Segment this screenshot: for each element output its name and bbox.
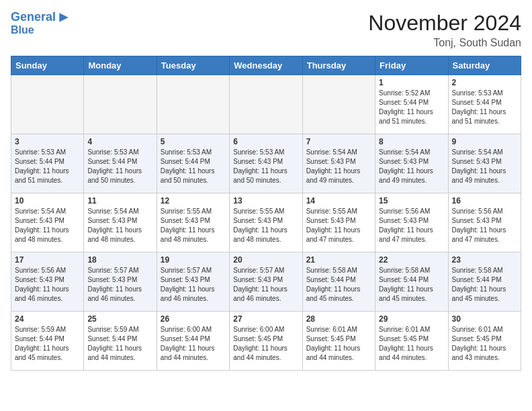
day-info: Sunrise: 5:58 AMSunset: 5:44 PMDaylight:… <box>306 266 371 304</box>
day-info: Sunrise: 5:56 AMSunset: 5:43 PMDaylight:… <box>379 207 444 244</box>
calendar-cell: 15Sunrise: 5:56 AMSunset: 5:43 PMDayligh… <box>375 193 448 253</box>
calendar-week-row: 10Sunrise: 5:54 AMSunset: 5:43 PMDayligh… <box>11 193 521 253</box>
calendar-week-row: 24Sunrise: 5:59 AMSunset: 5:44 PMDayligh… <box>11 312 521 371</box>
logo: General Blue <box>11 11 71 36</box>
calendar-cell: 4Sunrise: 5:53 AMSunset: 5:44 PMDaylight… <box>84 134 157 193</box>
calendar-cell: 10Sunrise: 5:54 AMSunset: 5:43 PMDayligh… <box>11 193 84 253</box>
calendar-cell: 6Sunrise: 5:53 AMSunset: 5:43 PMDaylight… <box>230 134 302 193</box>
day-info: Sunrise: 6:01 AMSunset: 5:45 PMDaylight:… <box>306 325 371 363</box>
day-number: 5 <box>161 137 226 146</box>
calendar-week-row: 1Sunrise: 5:52 AMSunset: 5:44 PMDaylight… <box>11 75 521 134</box>
calendar-header-row: SundayMondayTuesdayWednesdayThursdayFrid… <box>11 56 521 75</box>
day-info: Sunrise: 5:59 AMSunset: 5:44 PMDaylight:… <box>87 325 152 363</box>
day-number: 30 <box>452 314 517 324</box>
day-number: 23 <box>452 255 517 265</box>
day-info: Sunrise: 5:58 AMSunset: 5:44 PMDaylight:… <box>452 266 517 304</box>
calendar-cell: 22Sunrise: 5:58 AMSunset: 5:44 PMDayligh… <box>375 253 448 312</box>
day-info: Sunrise: 5:54 AMSunset: 5:43 PMDaylight:… <box>87 207 152 244</box>
day-info: Sunrise: 5:56 AMSunset: 5:43 PMDaylight:… <box>452 207 517 244</box>
day-info: Sunrise: 5:53 AMSunset: 5:44 PMDaylight:… <box>161 148 226 185</box>
calendar-cell: 27Sunrise: 6:00 AMSunset: 5:45 PMDayligh… <box>230 312 302 371</box>
day-info: Sunrise: 6:00 AMSunset: 5:44 PMDaylight:… <box>161 325 226 363</box>
calendar-cell <box>11 75 84 134</box>
day-number: 15 <box>379 196 444 205</box>
day-number: 20 <box>233 255 298 265</box>
day-info: Sunrise: 5:59 AMSunset: 5:44 PMDaylight:… <box>15 325 80 363</box>
logo-blue: Blue <box>11 24 71 36</box>
calendar-table: SundayMondayTuesdayWednesdayThursdayFrid… <box>11 56 521 371</box>
day-number: 16 <box>452 196 517 205</box>
day-number: 6 <box>233 137 298 146</box>
calendar-cell: 28Sunrise: 6:01 AMSunset: 5:45 PMDayligh… <box>302 312 375 371</box>
day-number: 27 <box>233 314 298 324</box>
day-number: 18 <box>87 255 152 265</box>
calendar-cell: 25Sunrise: 5:59 AMSunset: 5:44 PMDayligh… <box>84 312 157 371</box>
weekday-header: Thursday <box>302 56 375 75</box>
day-number: 14 <box>306 196 371 205</box>
calendar-cell: 17Sunrise: 5:56 AMSunset: 5:43 PMDayligh… <box>11 253 84 312</box>
title-block: November 2024 Tonj, South Sudan <box>368 11 521 49</box>
day-info: Sunrise: 5:54 AMSunset: 5:43 PMDaylight:… <box>379 148 444 185</box>
calendar-cell: 24Sunrise: 5:59 AMSunset: 5:44 PMDayligh… <box>11 312 84 371</box>
day-number: 2 <box>452 78 517 87</box>
calendar-cell: 9Sunrise: 5:54 AMSunset: 5:43 PMDaylight… <box>448 134 521 193</box>
calendar-cell: 11Sunrise: 5:54 AMSunset: 5:43 PMDayligh… <box>84 193 157 253</box>
calendar-cell: 29Sunrise: 6:01 AMSunset: 5:45 PMDayligh… <box>375 312 448 371</box>
calendar-cell <box>84 75 157 134</box>
location-title: Tonj, South Sudan <box>368 37 521 49</box>
day-number: 10 <box>15 196 80 205</box>
calendar-cell: 26Sunrise: 6:00 AMSunset: 5:44 PMDayligh… <box>157 312 229 371</box>
svg-marker-0 <box>59 13 68 21</box>
weekday-header: Wednesday <box>230 56 302 75</box>
page-header: General Blue November 2024 Tonj, South S… <box>11 11 521 49</box>
day-number: 13 <box>233 196 298 205</box>
day-info: Sunrise: 5:54 AMSunset: 5:43 PMDaylight:… <box>15 207 80 244</box>
calendar-week-row: 17Sunrise: 5:56 AMSunset: 5:43 PMDayligh… <box>11 253 521 312</box>
day-info: Sunrise: 5:56 AMSunset: 5:43 PMDaylight:… <box>15 266 80 304</box>
day-info: Sunrise: 5:53 AMSunset: 5:44 PMDaylight:… <box>452 89 517 126</box>
day-number: 11 <box>87 196 152 205</box>
day-number: 29 <box>379 314 444 324</box>
day-info: Sunrise: 5:55 AMSunset: 5:43 PMDaylight:… <box>161 207 226 244</box>
day-info: Sunrise: 5:57 AMSunset: 5:43 PMDaylight:… <box>87 266 152 304</box>
calendar-cell: 5Sunrise: 5:53 AMSunset: 5:44 PMDaylight… <box>157 134 229 193</box>
day-info: Sunrise: 5:54 AMSunset: 5:43 PMDaylight:… <box>452 148 517 185</box>
calendar-cell: 7Sunrise: 5:54 AMSunset: 5:43 PMDaylight… <box>302 134 375 193</box>
day-info: Sunrise: 5:57 AMSunset: 5:43 PMDaylight:… <box>161 266 226 304</box>
calendar-cell: 18Sunrise: 5:57 AMSunset: 5:43 PMDayligh… <box>84 253 157 312</box>
calendar-cell: 2Sunrise: 5:53 AMSunset: 5:44 PMDaylight… <box>448 75 521 134</box>
day-number: 28 <box>306 314 371 324</box>
day-info: Sunrise: 5:58 AMSunset: 5:44 PMDaylight:… <box>379 266 444 304</box>
weekday-header: Friday <box>375 56 448 75</box>
day-number: 7 <box>306 137 371 146</box>
day-info: Sunrise: 5:53 AMSunset: 5:44 PMDaylight:… <box>87 148 152 185</box>
day-number: 1 <box>379 78 444 87</box>
calendar-cell <box>302 75 375 134</box>
calendar-cell: 19Sunrise: 5:57 AMSunset: 5:43 PMDayligh… <box>157 253 229 312</box>
calendar-cell: 1Sunrise: 5:52 AMSunset: 5:44 PMDaylight… <box>375 75 448 134</box>
month-title: November 2024 <box>368 11 521 36</box>
day-number: 17 <box>15 255 80 265</box>
calendar-cell: 13Sunrise: 5:55 AMSunset: 5:43 PMDayligh… <box>230 193 302 253</box>
calendar-cell: 16Sunrise: 5:56 AMSunset: 5:43 PMDayligh… <box>448 193 521 253</box>
day-number: 19 <box>161 255 226 265</box>
day-number: 9 <box>452 137 517 146</box>
calendar-cell: 12Sunrise: 5:55 AMSunset: 5:43 PMDayligh… <box>157 193 229 253</box>
calendar-cell: 21Sunrise: 5:58 AMSunset: 5:44 PMDayligh… <box>302 253 375 312</box>
calendar-cell <box>157 75 229 134</box>
weekday-header: Monday <box>84 56 157 75</box>
day-info: Sunrise: 5:53 AMSunset: 5:43 PMDaylight:… <box>233 148 298 185</box>
calendar-cell: 30Sunrise: 6:01 AMSunset: 5:45 PMDayligh… <box>448 312 521 371</box>
calendar-cell: 23Sunrise: 5:58 AMSunset: 5:44 PMDayligh… <box>448 253 521 312</box>
day-number: 25 <box>87 314 152 324</box>
day-info: Sunrise: 6:01 AMSunset: 5:45 PMDaylight:… <box>452 325 517 363</box>
day-info: Sunrise: 5:55 AMSunset: 5:43 PMDaylight:… <box>306 207 371 244</box>
calendar-cell: 14Sunrise: 5:55 AMSunset: 5:43 PMDayligh… <box>302 193 375 253</box>
day-info: Sunrise: 6:00 AMSunset: 5:45 PMDaylight:… <box>233 325 298 363</box>
day-info: Sunrise: 5:52 AMSunset: 5:44 PMDaylight:… <box>379 89 444 126</box>
day-info: Sunrise: 5:57 AMSunset: 5:43 PMDaylight:… <box>233 266 298 304</box>
calendar-cell <box>230 75 302 134</box>
calendar-cell: 20Sunrise: 5:57 AMSunset: 5:43 PMDayligh… <box>230 253 302 312</box>
day-info: Sunrise: 5:53 AMSunset: 5:44 PMDaylight:… <box>15 148 80 185</box>
weekday-header: Sunday <box>11 56 84 75</box>
